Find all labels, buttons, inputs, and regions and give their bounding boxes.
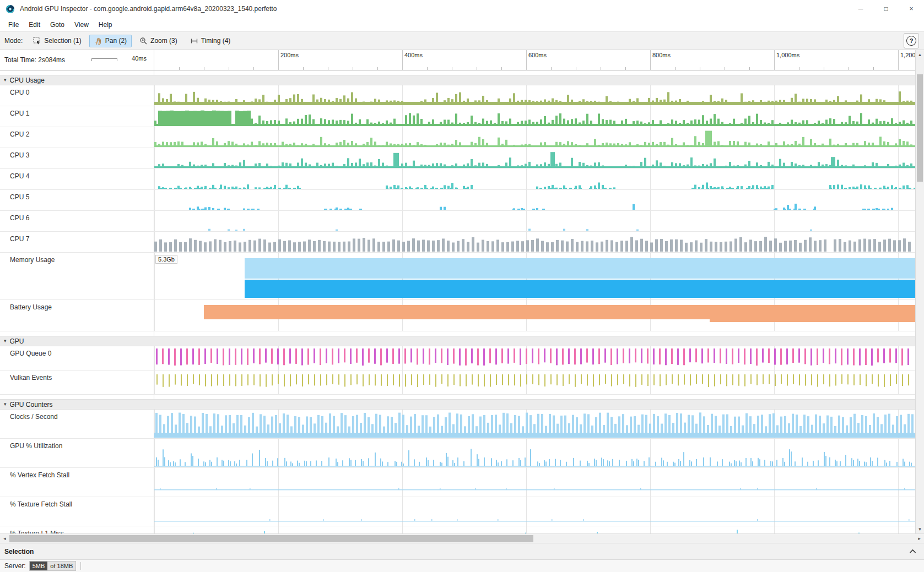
ruler-tick-label: 200ms	[280, 52, 299, 58]
track-plot[interactable]	[154, 190, 915, 210]
ruler-minor-tick	[477, 67, 477, 70]
track-canvas	[154, 300, 915, 331]
track-label[interactable]: CPU 5	[0, 190, 154, 210]
track-label[interactable]: GPU Queue 0	[0, 346, 154, 370]
ruler-ticks[interactable]: 200ms400ms600ms800ms1,000ms1,200ms	[154, 50, 915, 70]
track-plot[interactable]	[154, 300, 915, 331]
pan-icon	[94, 37, 102, 45]
track-label[interactable]: CPU 1	[0, 106, 154, 127]
track-label[interactable]: CPU 0	[0, 85, 154, 106]
collapse-caret-icon: ▾	[4, 78, 7, 83]
ruler-minor-tick	[427, 67, 428, 70]
timeline-tracks: ▾CPU UsageCPU 0CPU 1CPU 2CPU 3CPU 4CPU 5…	[0, 70, 915, 533]
minimize-button[interactable]: ─	[848, 0, 873, 18]
mode-buttons: Selection (1)Pan (2)Zoom (3)Timing (4)	[28, 35, 238, 47]
track-label[interactable]: Vulkan Events	[0, 371, 154, 394]
menu-edit[interactable]: Edit	[24, 19, 45, 31]
scroll-down-icon[interactable]: ▾	[916, 525, 924, 533]
track-canvas	[154, 211, 915, 231]
maximize-button[interactable]: □	[873, 0, 899, 18]
track-label[interactable]: Memory Usage	[0, 253, 154, 299]
ruler-summary: Total Time: 2s084ms 40ms	[0, 50, 154, 70]
status-divider	[80, 562, 81, 570]
zoom-icon	[139, 37, 148, 45]
track-canvas	[154, 346, 915, 370]
track-label[interactable]: GPU % Utilization	[0, 439, 154, 467]
menu-help[interactable]: Help	[94, 19, 117, 31]
ruler-tick-label: 400ms	[404, 52, 423, 58]
track-label[interactable]: CPU 2	[0, 127, 154, 148]
mode-button-selection[interactable]: Selection (1)	[28, 35, 86, 47]
track-plot[interactable]: 5.3Gb	[154, 253, 915, 299]
track-plot[interactable]	[154, 211, 915, 231]
ruler-gridline	[650, 50, 651, 70]
track-plot[interactable]	[154, 410, 915, 438]
track-plot[interactable]	[154, 232, 915, 252]
window-controls: ─ □ ×	[848, 0, 924, 18]
total-time-label: Total Time: 2s084ms	[4, 56, 65, 64]
section-title: GPU	[10, 337, 24, 345]
scroll-up-icon[interactable]: ▴	[916, 50, 924, 59]
menu-view[interactable]: View	[69, 19, 94, 31]
track-label[interactable]: CPU 7	[0, 232, 154, 252]
track-cpu-2: CPU 2	[0, 127, 915, 148]
track-plot[interactable]	[154, 85, 915, 106]
track-canvas	[154, 127, 915, 148]
track-plot[interactable]	[154, 497, 915, 526]
track-label[interactable]: % Texture Fetch Stall	[0, 497, 154, 526]
track-plot[interactable]	[154, 439, 915, 467]
track-cpu-4: CPU 4	[0, 169, 915, 190]
app-logo-icon	[6, 4, 15, 14]
track-plot[interactable]	[154, 106, 915, 127]
help-button[interactable]: ?	[904, 33, 919, 48]
menu-goto[interactable]: Goto	[45, 19, 69, 31]
scroll-left-icon[interactable]: ◂	[0, 534, 9, 543]
mode-button-pan[interactable]: Pan (2)	[89, 35, 132, 47]
track-label[interactable]: CPU 4	[0, 169, 154, 189]
section-header-gpu-counters[interactable]: ▾GPU Counters	[0, 399, 915, 410]
ruler-gridline	[278, 50, 279, 70]
vertical-scroll-thumb[interactable]	[917, 74, 923, 182]
ruler-minor-tick	[749, 67, 750, 70]
track-canvas	[154, 148, 915, 168]
track-label[interactable]: Clocks / Second	[0, 410, 154, 438]
vertical-scrollbar[interactable]: ▴ ▾	[915, 50, 924, 533]
section-title: GPU Counters	[10, 401, 53, 408]
mode-button-timing[interactable]: Timing (4)	[185, 35, 236, 47]
track-plot[interactable]	[154, 526, 915, 533]
collapse-chevron-icon[interactable]	[909, 549, 916, 554]
track-battery-usage: Battery Usage	[0, 300, 915, 331]
ruler-gridline	[402, 50, 403, 70]
help-icon: ?	[906, 36, 916, 46]
selection-panel-header[interactable]: Selection	[0, 543, 924, 559]
track-plot[interactable]	[154, 371, 915, 394]
track-label[interactable]: CPU 6	[0, 211, 154, 231]
track-plot[interactable]	[154, 346, 915, 370]
statusbar: Server: 5MB of 18MB	[0, 559, 924, 572]
track-label[interactable]: % Texture L1 Miss	[0, 526, 154, 533]
menu-file[interactable]: File	[3, 19, 24, 31]
scroll-right-icon[interactable]: ▸	[915, 534, 924, 543]
track-label[interactable]: % Vertex Fetch Stall	[0, 468, 154, 497]
track-label[interactable]: CPU 3	[0, 148, 154, 168]
mode-button-zoom[interactable]: Zoom (3)	[134, 35, 182, 47]
close-button[interactable]: ×	[899, 0, 924, 18]
track-cpu-7: CPU 7	[0, 232, 915, 253]
track-plot[interactable]	[154, 127, 915, 148]
track-plot[interactable]	[154, 148, 915, 168]
ruler-minor-tick	[700, 67, 700, 70]
titlebar: Android GPU Inspector - com.google.andro…	[0, 0, 924, 18]
window-title: Android GPU Inspector - com.google.andro…	[20, 5, 277, 13]
track-plot[interactable]	[154, 468, 915, 497]
server-label: Server:	[4, 562, 26, 570]
horizontal-scroll-thumb[interactable]	[9, 535, 533, 542]
scale-label: 40ms	[132, 55, 147, 62]
section-header-cpu-usage[interactable]: ▾CPU Usage	[0, 75, 915, 85]
track-plot[interactable]	[154, 169, 915, 189]
track-canvas	[154, 85, 915, 106]
track-label[interactable]: Battery Usage	[0, 300, 154, 331]
horizontal-scrollbar[interactable]: ◂ ▸	[0, 533, 924, 543]
collapse-caret-icon: ▾	[4, 402, 7, 407]
selection-panel-title: Selection	[4, 548, 34, 555]
section-header-gpu[interactable]: ▾GPU	[0, 336, 915, 346]
